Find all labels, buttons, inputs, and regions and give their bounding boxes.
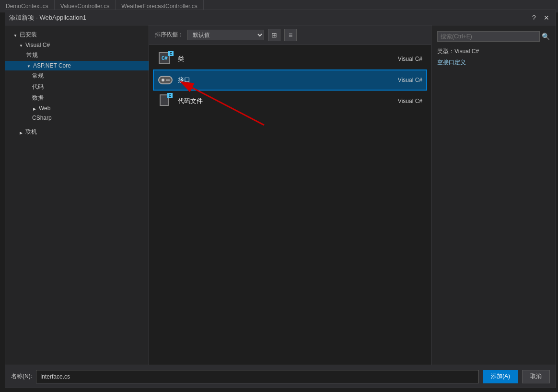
web-label: Web bbox=[39, 105, 50, 112]
search-area: 🔍 bbox=[437, 31, 550, 42]
sidebar-general-2[interactable]: 常规 bbox=[5, 70, 149, 81]
general2-label: 常规 bbox=[32, 72, 44, 80]
aspnet-triangle bbox=[26, 62, 31, 69]
type-label: 类型：Visual C# bbox=[437, 47, 550, 56]
codefile-name: 代码文件 bbox=[178, 97, 374, 105]
sidebar-web[interactable]: Web bbox=[5, 104, 149, 113]
sidebar-aspnet[interactable]: ASP.NET Core bbox=[5, 61, 149, 70]
aspnet-label: ASP.NET Core bbox=[33, 62, 71, 69]
list-view-button[interactable]: ≡ bbox=[284, 29, 297, 41]
data-label: 数据 bbox=[32, 94, 44, 102]
right-panel: 🔍 类型：Visual C# 空接口定义 bbox=[431, 25, 556, 365]
item-codefile[interactable]: C 代码文件 Visual C# bbox=[153, 91, 427, 112]
visual-csharp-triangle bbox=[19, 42, 23, 48]
add-new-item-dialog: 添加新项 - WebApplication1 ? ✕ 已安装 Visual C#… bbox=[5, 10, 556, 388]
dialog-titlebar: 添加新项 - WebApplication1 ? ✕ bbox=[5, 10, 556, 25]
interface-icon bbox=[158, 72, 173, 88]
class-type: Visual C# bbox=[374, 56, 422, 62]
dialog-close-button[interactable]: ✕ bbox=[541, 12, 552, 23]
visual-csharp-label: Visual C# bbox=[25, 42, 50, 48]
class-name: 类 bbox=[178, 55, 374, 63]
installed-triangle bbox=[13, 32, 18, 38]
grid-view-button[interactable]: ⊞ bbox=[268, 29, 280, 41]
search-icon: 🔍 bbox=[542, 33, 550, 40]
search-input[interactable] bbox=[437, 31, 540, 42]
filename-input[interactable] bbox=[36, 370, 479, 383]
dialog-bottom: 名称(N): 添加(A) 取消 bbox=[5, 365, 556, 388]
dialog-body: 已安装 Visual C# 常规 ASP.NET Core 常规 代码 数据 bbox=[5, 25, 556, 365]
type-value: Visual C# bbox=[454, 48, 479, 55]
name-label: 名称(N): bbox=[11, 372, 32, 380]
sidebar-online[interactable]: 联机 bbox=[5, 127, 149, 138]
sort-label: 排序依据： bbox=[155, 31, 184, 39]
web-triangle bbox=[32, 105, 37, 112]
sidebar-installed: 已安装 bbox=[5, 29, 149, 40]
sidebar-visual-csharp[interactable]: Visual C# bbox=[5, 40, 149, 50]
dialog-help-button[interactable]: ? bbox=[529, 12, 539, 23]
cancel-button[interactable]: 取消 bbox=[522, 370, 550, 383]
interface-name: 接口 bbox=[178, 76, 374, 84]
csharp-label: CSharp bbox=[32, 115, 52, 121]
dialog-title: 添加新项 - WebApplication1 bbox=[9, 13, 86, 22]
online-label: 联机 bbox=[25, 128, 37, 136]
sidebar: 已安装 Visual C# 常规 ASP.NET Core 常规 代码 数据 bbox=[5, 25, 149, 365]
sidebar-csharp[interactable]: CSharp bbox=[5, 113, 149, 123]
dialog-controls: ? ✕ bbox=[529, 12, 552, 23]
sidebar-general-1[interactable]: 常规 bbox=[5, 50, 149, 61]
toolbar: 排序依据： 默认值 ⊞ ≡ bbox=[149, 25, 431, 45]
description-text: 空接口定义 bbox=[437, 58, 550, 67]
sort-select[interactable]: 默认值 bbox=[187, 30, 264, 40]
class-icon: C# C bbox=[158, 51, 173, 67]
codefile-icon: C bbox=[158, 93, 173, 109]
add-button[interactable]: 添加(A) bbox=[483, 370, 518, 383]
items-grid: C# C 类 Visual C# 接口 bbox=[149, 45, 431, 365]
code-label: 代码 bbox=[32, 83, 44, 91]
interface-type: Visual C# bbox=[374, 77, 422, 83]
item-interface[interactable]: 接口 Visual C# bbox=[153, 69, 427, 91]
sidebar-code[interactable]: 代码 bbox=[5, 81, 149, 92]
codefile-type: Visual C# bbox=[374, 98, 422, 104]
general1-label: 常规 bbox=[26, 51, 38, 59]
sidebar-data[interactable]: 数据 bbox=[5, 92, 149, 104]
center-area: 排序依据： 默认值 ⊞ ≡ C# C 类 bbox=[149, 25, 431, 365]
online-triangle bbox=[19, 129, 23, 136]
installed-label: 已安装 bbox=[20, 31, 37, 39]
item-class[interactable]: C# C 类 Visual C# bbox=[153, 48, 427, 69]
